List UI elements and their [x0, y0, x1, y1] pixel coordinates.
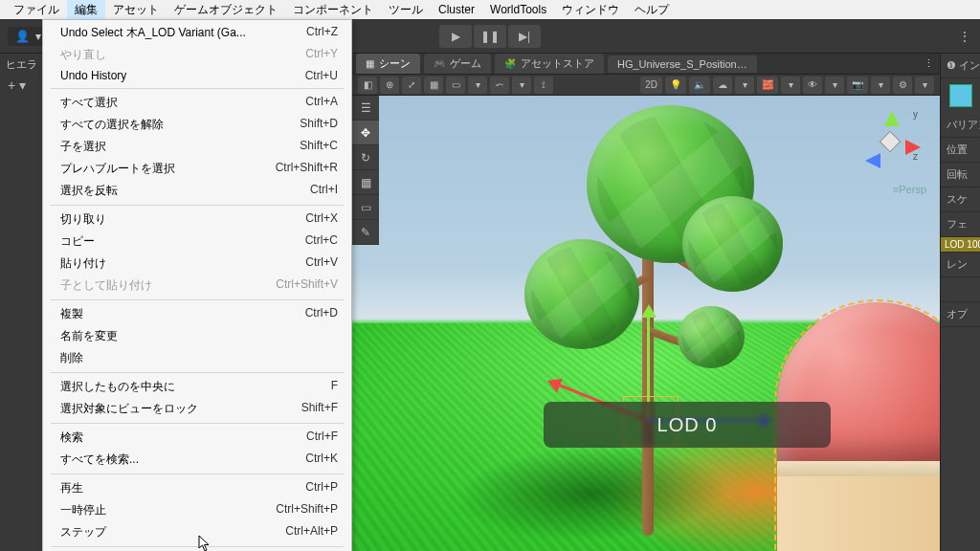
inspector-lod[interactable]: LOD 100%	[941, 237, 980, 253]
tab-シーン[interactable]: ▦シーン	[356, 54, 420, 74]
menu-ゲームオブジェクト[interactable]: ゲームオブジェクト	[167, 0, 285, 20]
scene-tabstrip: ▦シーン🎮ゲーム🧩アセットストアHG_Universe_S_Position…⋮	[352, 54, 940, 75]
menu-item[interactable]: 選択対象にビューをロックShift+F	[43, 398, 351, 420]
scene-tool-column: ☰✥↻▦▭✎	[352, 96, 379, 245]
edit-menu: Undo Select 木A_LOD Variant (Ga...Ctrl+Zや…	[42, 19, 352, 551]
menu-item[interactable]: すべてを検索...Ctrl+K	[43, 449, 351, 471]
scene-tool-mid-8[interactable]: ⟟	[534, 77, 553, 94]
scene-tool-right-2[interactable]: ☁	[713, 77, 732, 94]
menu-item[interactable]: 削除	[43, 347, 351, 369]
menu-item[interactable]: プレハブルートを選択Ctrl+Shift+R	[43, 158, 351, 180]
menu-item: やり直しCtrl+Y	[43, 44, 351, 66]
viewport-tool-3[interactable]: ▦	[352, 170, 379, 195]
menu-ウィンドウ[interactable]: ウィンドウ	[554, 0, 627, 20]
menu-item[interactable]: 検索Ctrl+F	[43, 427, 351, 449]
hierarchy-panel: ヒエラ + ▾	[0, 54, 43, 551]
axis-gizmo[interactable]: y z	[856, 109, 923, 176]
scene-tool-mid-5[interactable]: ▾	[468, 77, 487, 94]
menu-Cluster[interactable]: Cluster	[431, 1, 482, 18]
tab-アセットストア[interactable]: 🧩アセットストア	[495, 54, 604, 74]
tab-ゲーム[interactable]: 🎮ゲーム	[424, 54, 491, 74]
scene-tool-mid-2[interactable]: ⤢	[402, 77, 421, 94]
menu-item[interactable]: 複製Ctrl+D	[43, 303, 351, 325]
scene-tool-mid-3[interactable]: ▦	[424, 77, 443, 94]
menu-コンポーネント[interactable]: コンポーネント	[285, 0, 381, 20]
menu-ヘルプ[interactable]: ヘルプ	[627, 0, 677, 20]
menu-item[interactable]: 選択を反転Ctrl+I	[43, 180, 351, 202]
viewport-tool-5[interactable]: ✎	[352, 220, 379, 245]
scene-tool-mid-4[interactable]: ▭	[446, 77, 465, 94]
scene-tool-right-6[interactable]: 👁	[803, 77, 822, 94]
inspector-panel: ❶ インバリアン位置回転スケフェLOD 100%レン オプ	[940, 54, 980, 551]
inspector-row[interactable]	[941, 277, 980, 302]
scene-toolbar: ◧⊕⤢▦▭▾⤺▾⟟2D💡🔈☁▾🧱▾👁▾📷▾⚙▾	[352, 75, 940, 96]
inspector-row[interactable]: 位置	[941, 138, 980, 163]
menu-item[interactable]: Undo HistoryCtrl+U	[43, 66, 351, 85]
scene-tool-mid-0[interactable]: ◧	[358, 77, 377, 94]
menu-item: 子として貼り付けCtrl+Shift+V	[43, 275, 351, 297]
menu-item[interactable]: 貼り付けCtrl+V	[43, 253, 351, 275]
scene-tool-right-8[interactable]: 📷	[847, 77, 868, 94]
mouse-cursor-icon	[198, 535, 212, 551]
inspector-row[interactable]: ❶ イン	[941, 54, 980, 78]
inspector-row[interactable]: レン	[941, 253, 980, 277]
inspector-row[interactable]: オプ	[941, 302, 980, 327]
scene-tool-right-7[interactable]: ▾	[825, 77, 844, 94]
scene-tool-mid-6[interactable]: ⤺	[490, 77, 509, 94]
menu-WorldTools[interactable]: WorldTools	[482, 1, 554, 18]
scene-tool-mid-1[interactable]: ⊕	[380, 77, 399, 94]
inspector-row[interactable]: スケ	[941, 187, 980, 212]
scene-tool-right-11[interactable]: ▾	[915, 77, 934, 94]
menu-item[interactable]: Undo Select 木A_LOD Variant (Ga...Ctrl+Z	[43, 22, 351, 44]
scene-tool-right-10[interactable]: ⚙	[893, 77, 912, 94]
lod-banner: LOD 0	[544, 402, 831, 448]
menu-item[interactable]: 子を選択Shift+C	[43, 136, 351, 158]
scene-tool-right-4[interactable]: 🧱	[757, 77, 778, 94]
inspector-row[interactable]: バリアン	[941, 113, 980, 138]
inspector-row[interactable]: フェ	[941, 212, 980, 237]
viewport-tool-1[interactable]: ✥	[352, 121, 379, 145]
menu-item[interactable]: すべて選択Ctrl+A	[43, 92, 351, 114]
scene-tool-2d[interactable]: 2D	[640, 77, 662, 94]
menu-item[interactable]: すべての選択を解除Shift+D	[43, 114, 351, 136]
play-button[interactable]: ▶	[439, 25, 472, 48]
scene-tool-mid-7[interactable]: ▾	[512, 77, 531, 94]
scene-tool-right-9[interactable]: ▾	[871, 77, 890, 94]
scene-tool-right-0[interactable]: 💡	[665, 77, 686, 94]
hierarchy-add-button[interactable]: + ▾	[0, 76, 42, 95]
viewport-tool-2[interactable]: ↻	[352, 145, 379, 170]
menu-アセット[interactable]: アセット	[105, 0, 167, 20]
scene-viewport[interactable]: ☰✥↻▦▭✎ y z ≡Persp LOD 0	[352, 96, 940, 551]
hierarchy-tab[interactable]: ヒエラ	[0, 54, 42, 76]
step-button[interactable]: ▶|	[508, 25, 541, 48]
pause-button[interactable]: ❚❚	[474, 25, 506, 48]
tabstrip-overflow-icon[interactable]: ⋮	[924, 57, 940, 70]
scene-tool-right-1[interactable]: 🔈	[689, 77, 710, 94]
account-dropdown-icon: ▾	[35, 30, 41, 43]
menu-item[interactable]: 名前を変更	[43, 325, 351, 347]
menu-item[interactable]: 一時停止Ctrl+Shift+P	[43, 499, 351, 521]
menu-編集[interactable]: 編集	[67, 0, 105, 20]
play-controls: ▶ ❚❚ ▶|	[439, 25, 541, 48]
account-icon: 👤	[15, 30, 30, 43]
menu-item[interactable]: 選択したものを中央にF	[43, 376, 351, 398]
viewport-tool-4[interactable]: ▭	[352, 195, 379, 220]
menu-item[interactable]: コピーCtrl+C	[43, 231, 351, 253]
viewport-tool-0[interactable]: ☰	[352, 96, 379, 121]
scene-tool-right-5[interactable]: ▾	[781, 77, 800, 94]
menu-item[interactable]: 切り取りCtrl+X	[43, 209, 351, 231]
tree-object[interactable]	[520, 96, 788, 545]
menu-ファイル[interactable]: ファイル	[6, 0, 67, 20]
scene-tool-right-3[interactable]: ▾	[735, 77, 754, 94]
inspector-row[interactable]: 回転	[941, 163, 980, 187]
menu-ツール[interactable]: ツール	[381, 0, 431, 20]
projection-label[interactable]: ≡Persp	[893, 184, 926, 195]
menubar[interactable]: ファイル編集アセットゲームオブジェクトコンポーネントツールClusterWorl…	[0, 0, 980, 19]
tab-HG_Universe_S_Position…[interactable]: HG_Universe_S_Position…	[608, 55, 757, 73]
menu-item[interactable]: ステップCtrl+Alt+P	[43, 521, 351, 543]
menu-item[interactable]: 再生Ctrl+P	[43, 477, 351, 499]
toolbar-overflow-icon[interactable]: ⋮	[959, 30, 970, 43]
